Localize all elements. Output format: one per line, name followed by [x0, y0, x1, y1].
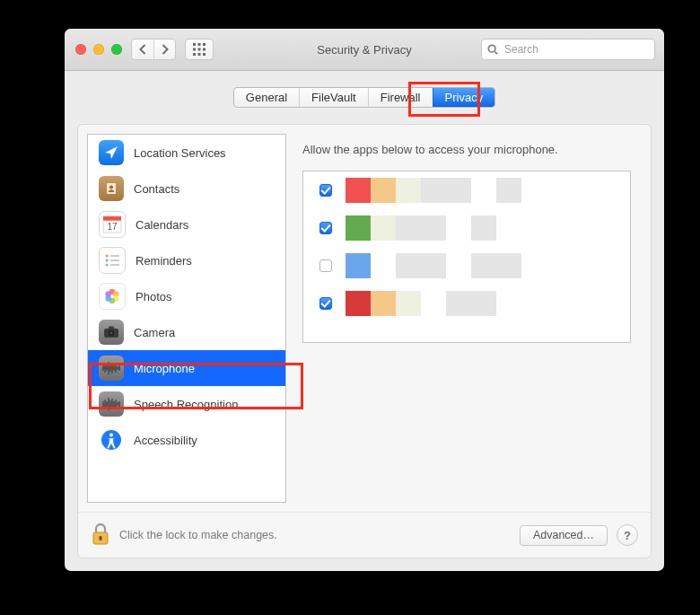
svg-rect-20: [110, 264, 119, 266]
sidebar-item-location[interactable]: Location Services: [88, 135, 285, 171]
sidebar-item-label: Calendars: [136, 218, 188, 232]
app-row[interactable]: [303, 209, 630, 247]
svg-rect-5: [203, 48, 206, 51]
reminders-icon: [99, 247, 126, 274]
pane-description: Allow the apps below to access your micr…: [302, 143, 631, 156]
app-row-redacted: [346, 253, 521, 278]
tab-firewall[interactable]: Firewall: [368, 88, 433, 107]
search-input[interactable]: [503, 42, 649, 57]
speech-icon: [99, 391, 124, 417]
lock-button[interactable]: [91, 523, 110, 549]
photos-icon: [99, 283, 126, 310]
close-window-button[interactable]: [75, 44, 86, 55]
tab-general[interactable]: General: [234, 88, 299, 107]
chevron-right-icon: [161, 44, 169, 55]
nav-buttons: [131, 39, 176, 60]
app-permission-list[interactable]: [302, 171, 631, 343]
svg-rect-4: [198, 48, 201, 51]
svg-rect-12: [103, 216, 121, 221]
app-permission-checkbox[interactable]: [319, 184, 332, 197]
minimize-window-button[interactable]: [93, 44, 104, 55]
svg-point-15: [106, 255, 109, 258]
app-row-redacted: [346, 178, 521, 203]
sidebar-item-label: Camera: [134, 326, 175, 339]
right-pane: Allow the apps below to access your micr…: [286, 125, 651, 512]
svg-rect-2: [203, 43, 206, 46]
sidebar-item-label: Location Services: [134, 146, 226, 160]
app-row-redacted: [346, 291, 521, 316]
forward-button[interactable]: [153, 40, 175, 59]
search-icon: [487, 44, 498, 55]
svg-point-11: [109, 186, 113, 189]
chevron-left-icon: [139, 44, 147, 55]
sidebar-item-speech[interactable]: Speech Recognition: [88, 386, 285, 422]
calendar-icon: 17: [99, 211, 126, 238]
sidebar-item-label: Reminders: [136, 254, 192, 268]
svg-rect-31: [109, 327, 114, 329]
svg-rect-1: [198, 43, 201, 46]
zoom-window-button[interactable]: [111, 44, 122, 55]
location-icon: [99, 140, 124, 165]
sidebar-item-calendars[interactable]: 17 Calendars: [88, 206, 285, 242]
svg-point-27: [105, 291, 111, 297]
svg-rect-35: [99, 536, 101, 540]
app-permission-checkbox[interactable]: [319, 222, 332, 234]
sidebar-item-accessibility[interactable]: Accessibility: [88, 422, 285, 458]
svg-point-33: [109, 434, 113, 437]
sidebar-item-label: Photos: [136, 290, 171, 303]
accessibility-icon: [99, 427, 124, 452]
help-button[interactable]: ?: [617, 524, 638, 546]
svg-point-9: [488, 45, 495, 52]
sidebar-item-label: Accessibility: [134, 434, 197, 447]
content: General FileVault Firewall Privacy Locat…: [65, 71, 664, 571]
preferences-window: Security & Privacy General FileVault Fir…: [65, 29, 664, 571]
microphone-icon: [99, 356, 124, 381]
sidebar-item-label: Speech Recognition: [134, 398, 238, 411]
svg-rect-16: [110, 255, 119, 257]
svg-text:17: 17: [107, 222, 118, 232]
grid-icon: [193, 43, 206, 56]
sidebar-item-contacts[interactable]: Contacts: [88, 171, 285, 206]
back-button[interactable]: [132, 40, 153, 59]
app-row[interactable]: [303, 247, 630, 285]
sidebar-item-microphone[interactable]: Microphone: [88, 350, 285, 386]
app-permission-checkbox[interactable]: [319, 297, 332, 310]
svg-rect-8: [203, 53, 206, 56]
privacy-category-list[interactable]: Location Services Contacts 17 Calendars: [87, 134, 286, 503]
sidebar-item-photos[interactable]: Photos: [88, 278, 285, 314]
svg-rect-18: [110, 259, 119, 261]
tab-privacy[interactable]: Privacy: [433, 88, 495, 107]
contacts-icon: [99, 176, 124, 201]
privacy-panel: Location Services Contacts 17 Calendars: [77, 124, 652, 558]
sidebar-item-label: Contacts: [134, 182, 179, 196]
app-permission-checkbox[interactable]: [319, 259, 332, 272]
sidebar-item-label: Microphone: [134, 362, 195, 375]
svg-rect-0: [193, 43, 196, 46]
search-field[interactable]: [481, 39, 655, 60]
svg-rect-7: [198, 53, 201, 56]
tab-bar: General FileVault Firewall Privacy: [65, 87, 664, 108]
app-row[interactable]: [303, 285, 630, 322]
svg-point-30: [110, 332, 113, 335]
lock-text: Click the lock to make changes.: [119, 529, 277, 541]
svg-rect-3: [193, 48, 196, 51]
svg-point-19: [106, 264, 109, 267]
panel-footer: Click the lock to make changes. Advanced…: [78, 512, 651, 558]
tab-segmented-control: General FileVault Firewall Privacy: [233, 87, 495, 108]
show-all-button[interactable]: [185, 39, 214, 60]
advanced-button[interactable]: Advanced…: [520, 525, 608, 546]
traffic-lights: [75, 44, 122, 55]
titlebar: Security & Privacy: [65, 29, 664, 71]
svg-point-17: [106, 259, 109, 262]
app-row-redacted: [346, 215, 521, 241]
svg-rect-6: [193, 53, 196, 56]
camera-icon: [99, 320, 124, 345]
app-row[interactable]: [303, 171, 630, 209]
sidebar-item-camera[interactable]: Camera: [88, 314, 285, 350]
tab-filevault[interactable]: FileVault: [299, 88, 368, 107]
sidebar-item-reminders[interactable]: Reminders: [88, 242, 285, 278]
